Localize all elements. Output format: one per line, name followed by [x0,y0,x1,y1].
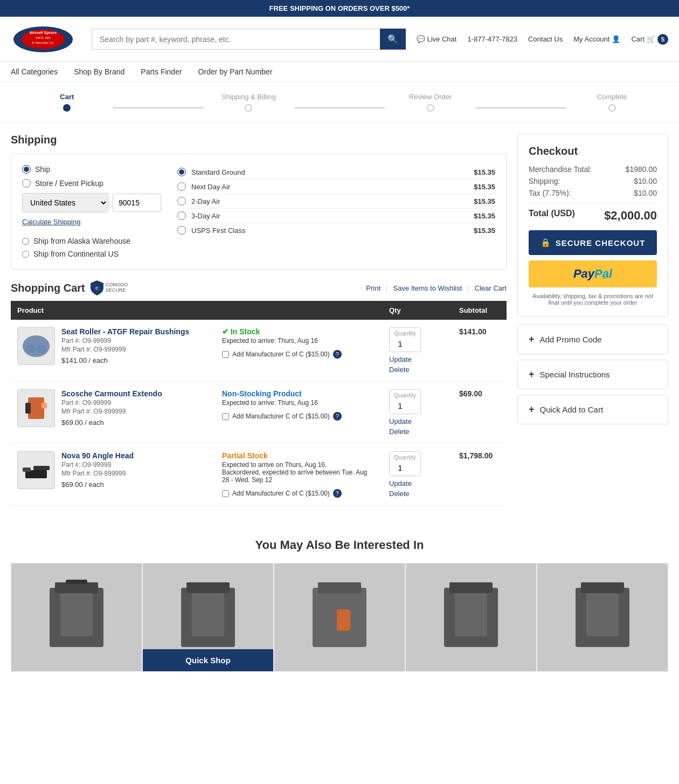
delete-link-1[interactable]: Delete [389,366,446,374]
update-link-1[interactable]: Update [389,355,446,363]
my-account-area[interactable]: My Account 👤 [573,35,620,43]
mfr-coc-checkbox-2[interactable] [222,413,229,420]
svg-rect-11 [41,403,47,408]
rate-nextday-radio[interactable] [177,182,186,191]
continental-warehouse-radio[interactable]: Ship from Continental US [22,250,161,258]
product-mfr-1: Mfr Part #: O9-999999 [61,346,216,353]
cart-area[interactable]: Cart 🛒 5 [631,34,668,45]
shipping-value: $10.00 [634,177,657,185]
paypal-pal-text: Pal [594,267,612,281]
search-button[interactable]: 🔍 [380,29,406,50]
rate-usps-radio[interactable] [177,226,186,235]
save-wishlist-link[interactable]: Save Items to Wishlist [393,284,462,292]
qty-input-3[interactable] [391,462,418,474]
rate-3day: 3-Day Air $15.35 [177,209,495,223]
product-mfr-2: Mfr Part #: O9-999999 [61,408,216,415]
step-shipping[interactable]: Shipping & Billing [203,93,294,112]
secure-checkout-button[interactable]: 🔒 SECURE CHECKOUT [529,230,657,255]
svg-rect-18 [66,580,87,584]
product-img-3 [17,451,55,489]
paypal-pay-text: Pay [573,267,594,281]
nav-all-categories[interactable]: All Categories [11,67,58,76]
rec-item-2: Quick Shop [142,563,274,672]
alaska-warehouse-radio[interactable]: Ship from Alaska Warehouse [22,237,161,245]
cart-title: Shopping Cart [11,282,85,294]
quick-add-section[interactable]: + Quick Add to Cart [517,395,668,424]
rate-3day-name: 3-Day Air [191,212,468,220]
step-review-label: Review Order [409,93,452,101]
special-instructions-section[interactable]: + Special Instructions [517,360,668,389]
rate-3day-radio[interactable] [177,211,186,220]
clear-cart-link[interactable]: Clear Cart [475,284,507,292]
warehouse-options: Ship from Alaska Warehouse Ship from Con… [22,237,161,258]
live-chat-link[interactable]: 💬 Live Chat [417,35,457,43]
rate-3day-price: $15.35 [474,212,495,220]
pickup-radio[interactable]: Store / Event Pickup [22,179,161,188]
step-review[interactable]: Review Order [385,93,476,112]
total-label: Total (USD) [529,209,575,223]
mfr-coc-checkbox-3[interactable] [222,490,229,497]
mfr-coc-checkbox-1[interactable] [222,351,229,358]
cart-icon: 🛒 [647,35,655,43]
tax-value: $10.00 [634,189,657,197]
step-cart-label: Cart [60,93,74,101]
ship-method-group: Ship Store / Event Pickup [22,165,161,188]
step-cart[interactable]: Cart [22,93,113,112]
rate-standard-radio[interactable] [177,168,186,176]
delete-link-2[interactable]: Delete [389,428,446,436]
country-select[interactable]: United States [22,193,108,212]
ship-radio[interactable]: Ship [22,165,161,174]
step-complete[interactable]: Complete [566,93,657,112]
quick-add-label: Quick Add to Cart [540,405,604,414]
product-price-2: $69.00 / each [61,418,216,427]
quick-add-plus-icon: + [529,404,535,415]
rec-item-img-1 [11,563,142,671]
help-icon-2[interactable]: ? [333,412,342,421]
nav-bar: All Categories Shop By Brand Parts Finde… [0,62,679,82]
comodo-badge: C COMODOSECURE [91,280,128,295]
update-link-2[interactable]: Update [389,417,446,425]
nav-order-by-part[interactable]: Order by Part Number [198,67,273,76]
svg-text:SINCE 1965: SINCE 1965 [36,36,51,39]
qty-input-2[interactable] [391,400,418,412]
col-product: Product [11,301,383,320]
product-mfr-3: Mfr Part #: O9-999999 [61,470,216,477]
product-name-1[interactable]: Seat Roller - ATGF Repair Bushings [61,327,216,336]
zip-input[interactable] [113,194,161,212]
checkout-box: Checkout Merchandise Total: $1980.00 Shi… [517,134,668,317]
phone-number[interactable]: 1-877-477-7823 [467,35,517,43]
rec-item-3 [274,563,405,672]
logo[interactable]: Aircraft Spruce SINCE 1965 & Specialty C… [11,22,81,56]
product-name-3[interactable]: Nova 90 Angle Head [61,451,216,460]
nav-shop-by-brand[interactable]: Shop By Brand [74,67,124,76]
qty-input-1[interactable] [391,338,418,350]
rate-2day-name: 2-Day Air [191,197,468,205]
product-name-2[interactable]: Scosche Carmount Extendo [61,389,216,398]
paypal-button[interactable]: Pay Pal [529,260,657,287]
table-row: Nova 90 Angle Head Part #: O9-99999 Mfr … [11,444,507,506]
product-part-3: Part #: O9-99999 [61,461,216,469]
product-img-2 [17,389,55,427]
col-subtotal: Subtotal [453,301,507,320]
total-row: Total (USD) $2,000.00 [529,203,657,223]
rec-item-img-5 [537,563,668,671]
rate-usps-price: $15.35 [474,226,495,235]
help-icon-3[interactable]: ? [333,489,342,498]
promo-code-section[interactable]: + Add Promo Code [517,325,668,354]
rate-2day-radio[interactable] [177,197,186,205]
delete-link-3[interactable]: Delete [389,490,446,498]
svg-rect-10 [25,403,31,414]
nav-parts-finder[interactable]: Parts Finder [141,67,182,76]
update-link-3[interactable]: Update [389,479,446,487]
tax-label: Tax (7.75%): [529,189,571,197]
quick-shop-button-2[interactable]: Quick Shop [143,649,273,671]
table-row: Scosche Carmount Extendo Part #: O9-9999… [11,382,507,444]
print-link[interactable]: Print [366,284,380,292]
help-icon-1[interactable]: ? [333,350,342,359]
pickup-label: Store / Event Pickup [35,179,103,188]
calc-shipping-link[interactable]: Calculate Shipping [22,218,161,226]
qty-box-3: Quantity [389,451,421,476]
search-input[interactable] [92,29,380,50]
rate-nextday-price: $15.35 [474,183,495,191]
contact-link[interactable]: Contact Us [528,35,563,43]
